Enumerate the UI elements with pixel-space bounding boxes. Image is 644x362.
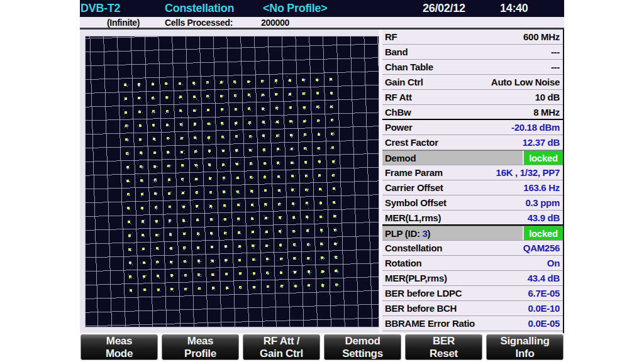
row-value: 16K , 1/32, PP7: [496, 167, 563, 178]
table-row: Frame Param16K , 1/32, PP7: [382, 165, 563, 180]
softkey-meas-mode[interactable]: MeasMode: [80, 334, 158, 360]
constellation-panel: [85, 36, 379, 327]
constellation-diagram: [86, 36, 379, 327]
table-row: RF Att10 dB: [382, 90, 563, 105]
row-value: 12.37 dB: [523, 137, 563, 148]
analyzer-screen: DVB-T2 Constellation <No Profile> 26/02/…: [0, 0, 644, 362]
table-row: PLP (ID: 3)locked: [382, 226, 563, 241]
constellation-pane: [80, 30, 379, 333]
table-row: Demodlocked: [382, 150, 563, 165]
row-label: Demod: [382, 153, 416, 163]
cells-processed-label: Cells Processed:: [165, 18, 233, 28]
main-area: RF600 MHzBand---Chan Table---Gain CtrlAu…: [80, 30, 564, 333]
softkey-bar: MeasModeMeasProfileRF Att /Gain CtrlDemo…: [80, 333, 564, 362]
table-row: Crest Factor12.37 dB: [382, 135, 563, 150]
page-title: Constellation: [165, 2, 234, 15]
table-row: BER before LDPC6.7E-05: [382, 286, 563, 301]
table-row: ConstellationQAM256: [382, 241, 563, 256]
top-title-bar: DVB-T2 Constellation <No Profile> 26/02/…: [80, 0, 564, 18]
row-label: RF Att: [382, 92, 412, 102]
row-value: QAM256: [523, 243, 563, 253]
row-value: 0.3 ppm: [525, 197, 563, 208]
row-value: 0.0E-10: [528, 303, 563, 314]
mode-label: DVB-T2: [80, 2, 120, 15]
row-value: 600 MHz: [523, 31, 563, 42]
row-value: 8 MHz: [533, 107, 563, 118]
row-value: -20.18 dBm: [511, 122, 563, 133]
softkey-signalling-info[interactable]: SignallingInfo: [486, 334, 564, 360]
table-row: Gain CtrlAuto Low Noise: [382, 75, 563, 90]
row-label: Rotation: [382, 258, 421, 268]
row-value: 43.4 dB: [528, 273, 563, 283]
cells-processed-value: 200000: [261, 18, 289, 28]
table-row: Band---: [382, 45, 563, 60]
table-row: MER(PLP,rms)43.4 dB: [382, 271, 563, 286]
row-label: Constellation: [382, 243, 442, 253]
row-label: Crest Factor: [382, 137, 438, 148]
table-row: ChBw8 MHz: [382, 105, 563, 120]
row-label: Power: [382, 122, 413, 133]
row-label: RF: [382, 31, 397, 42]
measurement-table: RF600 MHzBand---Chan Table---Gain CtrlAu…: [382, 30, 563, 331]
row-label: Band: [382, 47, 408, 57]
row-label: ChBw: [382, 107, 411, 118]
row-label: Frame Param: [382, 167, 443, 178]
row-value: 163.6 Hz: [523, 182, 563, 193]
row-value: ---: [551, 62, 563, 72]
softkey-meas-profile[interactable]: MeasProfile: [162, 334, 239, 360]
row-label: Gain Ctrl: [382, 77, 423, 87]
table-row: RotationOn: [382, 256, 563, 271]
row-value: 6.7E-05: [528, 288, 563, 299]
softkey-rf-att-gain-ctrl[interactable]: RF Att /Gain Ctrl: [243, 334, 320, 360]
table-row: BER before BCH0.0E-10: [382, 301, 563, 316]
table-row: Symbol Offset0.3 ppm: [382, 195, 563, 211]
row-label: BER before BCH: [382, 303, 457, 314]
row-value: On: [547, 258, 563, 268]
lock-status-badge: locked: [523, 226, 563, 240]
date-display: 26/02/12: [423, 2, 465, 15]
row-label: MER(PLP,rms): [382, 273, 447, 283]
row-value: ---: [551, 47, 563, 57]
status-bar: (Infinite) Cells Processed: 200000: [80, 18, 564, 28]
row-value: 10 dB: [535, 92, 563, 102]
table-row: Chan Table---: [382, 60, 563, 75]
time-display: 14:40: [500, 2, 528, 15]
measurement-pane: RF600 MHzBand---Chan Table---Gain CtrlAu…: [382, 30, 564, 333]
infinite-indicator: (Infinite): [107, 18, 140, 28]
row-value: 0.0E-05: [528, 318, 563, 329]
table-row: BBRAME Error Ratio0.0E-05: [382, 316, 563, 331]
table-row: MER(L1,rms)43.9 dB: [382, 211, 563, 226]
row-label: BBRAME Error Ratio: [382, 318, 475, 329]
row-label: BER before LDPC: [382, 288, 462, 299]
table-row: Power-20.18 dBm: [382, 120, 563, 135]
profile-indicator: <No Profile>: [263, 2, 327, 15]
table-row: RF600 MHz: [382, 30, 563, 45]
row-value: 43.9 dB: [528, 212, 563, 223]
softkey-ber-reset[interactable]: BERReset: [405, 334, 482, 360]
content-strip: DVB-T2 Constellation <No Profile> 26/02/…: [80, 0, 564, 362]
row-label: Chan Table: [382, 62, 433, 72]
row-label: PLP (ID: 3): [382, 228, 430, 239]
row-label: Carrier Offset: [382, 182, 443, 193]
row-value: Auto Low Noise: [491, 77, 563, 87]
softkey-demod-settings[interactable]: DemodSettings: [324, 334, 401, 360]
lock-status-badge: locked: [523, 151, 563, 165]
row-label: Symbol Offset: [382, 197, 447, 208]
table-row: Carrier Offset163.6 Hz: [382, 180, 563, 195]
row-label: MER(L1,rms): [382, 212, 441, 223]
